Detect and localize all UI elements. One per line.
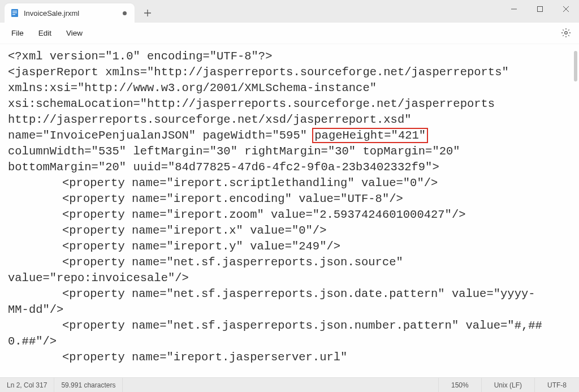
code-line: <property name="ireport.scriptlethandlin… — [8, 175, 571, 191]
code-line: <property name="net.sf.jasperreports.jso… — [8, 318, 571, 334]
code-line: <property name="ireport.encoding" value=… — [8, 191, 571, 207]
close-button[interactable] — [553, 0, 579, 18]
code-line: http://jasperreports.sourceforge.net/xsd… — [8, 112, 571, 128]
code-line: <property name="net.sf.jasperreports.jso… — [8, 255, 571, 270]
status-position[interactable]: Ln 2, Col 317 — [0, 378, 54, 392]
code-line: <property name="net.sf.jasperreports.jso… — [8, 286, 571, 302]
titlebar: InvoiceSale.jrxml — [0, 0, 579, 23]
status-chars[interactable]: 59.991 characters — [54, 378, 123, 392]
new-tab-button[interactable] — [139, 5, 156, 21]
code-line: <property name="ireport.x" value="0"/> — [8, 223, 571, 239]
code-line: <jasperReport xmlns="http://jasperreport… — [8, 64, 571, 80]
menu-view[interactable]: View — [61, 25, 88, 41]
status-lineending[interactable]: Unix (LF) — [481, 378, 534, 392]
file-icon — [10, 8, 19, 18]
status-encoding[interactable]: UTF-8 — [534, 378, 579, 392]
code-line: bottomMargin="20" uuid="84d77825-47d6-4f… — [8, 160, 571, 175]
code-line: <property name="ireport.jasperserver.url… — [8, 350, 571, 365]
tab-filename: InvoiceSale.jrxml — [24, 9, 118, 18]
tab-active[interactable]: InvoiceSale.jrxml — [5, 3, 135, 23]
minimize-button[interactable] — [501, 0, 527, 18]
editor-area[interactable]: <?xml version="1.0" encoding="UTF-8"?><j… — [0, 44, 579, 377]
svg-rect-2 — [12, 12, 17, 13]
code-line: name="InvoicePenjualanJSON" pageWidth="5… — [8, 128, 571, 144]
status-zoom[interactable]: 150% — [438, 378, 481, 392]
svg-rect-1 — [12, 11, 17, 11]
svg-rect-3 — [12, 14, 15, 15]
statusbar: Ln 2, Col 317 59.991 characters 150% Uni… — [0, 377, 579, 392]
code-line: MM-dd"/> — [8, 302, 571, 318]
menu-edit[interactable]: Edit — [33, 25, 57, 41]
svg-rect-4 — [538, 7, 543, 12]
code-editor[interactable]: <?xml version="1.0" encoding="UTF-8"?><j… — [0, 44, 579, 370]
code-line: value="repo:invoicesale"/> — [8, 270, 571, 286]
menu-file[interactable]: File — [6, 25, 29, 41]
tab-modified-indicator — [123, 11, 127, 15]
highlighted-attribute: pageHeight="421" — [312, 128, 428, 143]
maximize-button[interactable] — [527, 0, 553, 18]
code-line: 0.##"/> — [8, 334, 571, 350]
gear-icon[interactable] — [561, 28, 571, 40]
code-line: xsi:schemaLocation="http://jasperreports… — [8, 96, 571, 112]
status-right-group: 150% Unix (LF) UTF-8 — [438, 378, 579, 392]
code-line: <?xml version="1.0" encoding="UTF-8"?> — [8, 49, 571, 64]
code-line: columnWidth="535" leftMargin="30" rightM… — [8, 144, 571, 160]
menubar: File Edit View — [0, 23, 579, 44]
code-line: xmlns:xsi="http://www.w3.org/2001/XMLSch… — [8, 80, 571, 96]
code-line: <property name="ireport.zoom" value="2.5… — [8, 207, 571, 223]
window-controls — [501, 0, 579, 18]
svg-point-5 — [565, 32, 568, 35]
vertical-scrollbar[interactable] — [574, 51, 577, 81]
code-line: <property name="ireport.y" value="249"/> — [8, 239, 571, 255]
